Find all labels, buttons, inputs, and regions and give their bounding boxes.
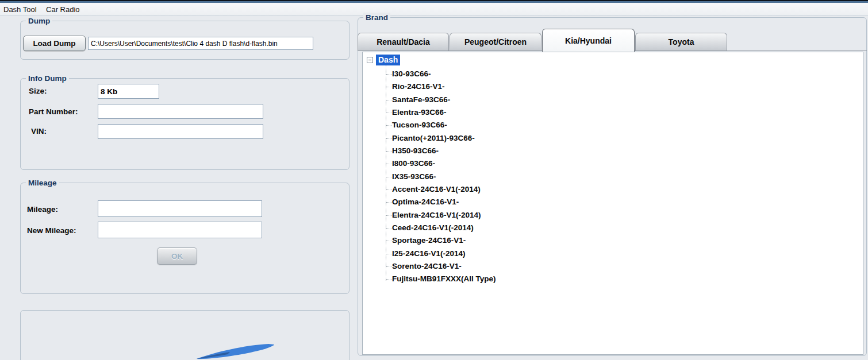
new-mileage-label: New Mileage: xyxy=(27,226,76,235)
tree-stub xyxy=(386,202,391,203)
tree-item-label: Optima-24C16-V1- xyxy=(392,198,459,206)
tree-item[interactable]: H350-93C66- xyxy=(392,145,439,157)
tree-stub xyxy=(386,113,391,114)
tree-item-label: Sorento-24C16-V1- xyxy=(392,262,462,270)
tree-item[interactable]: Rio-24C16-V1- xyxy=(392,81,445,92)
size-label: Size: xyxy=(29,87,47,95)
tab-toyota-label: Toyota xyxy=(669,37,694,47)
tree-item[interactable]: Picanto(+2011)-93C66- xyxy=(392,133,475,144)
tree-item-label: Rio-24C16-V1- xyxy=(392,82,445,91)
tree-item-label: H350-93C66- xyxy=(392,146,439,155)
logo-swoosh-icon xyxy=(195,343,276,360)
tree-stub xyxy=(386,266,391,268)
tree-stub xyxy=(386,189,391,191)
tab-kia-hyundai-label: Kia/Hyundai xyxy=(565,36,612,45)
new-mileage-field[interactable] xyxy=(98,222,262,238)
tree-item-label: Picanto(+2011)-93C66- xyxy=(392,134,475,142)
tree-stub xyxy=(386,164,391,165)
tree-item[interactable]: Sportage-24C16-V1- xyxy=(392,235,466,246)
tree-connector-line xyxy=(386,65,387,281)
tree-stub xyxy=(386,74,391,75)
load-dump-button-label: Load Dump xyxy=(33,39,75,48)
vin-label: VIN: xyxy=(31,127,47,136)
tab-renault-dacia-label: Renault/Dacia xyxy=(377,37,430,47)
tree-stub xyxy=(386,100,391,101)
mileage-label: Mileage: xyxy=(27,205,58,214)
size-field[interactable] xyxy=(98,84,159,99)
tree-item-label: Elentra-93C66- xyxy=(392,108,447,117)
dump-group-title: Dump xyxy=(26,16,52,26)
tree-item-label: Accent-24C16-V1(-2014) xyxy=(392,185,481,193)
mileage-group-title: Mileage xyxy=(26,178,59,188)
tree-stub xyxy=(386,215,391,216)
tree-root-node[interactable]: Dash xyxy=(376,55,400,65)
collapse-expander-icon[interactable] xyxy=(367,57,373,63)
logo-group xyxy=(20,310,349,360)
part-number-label: Part Number: xyxy=(29,107,78,116)
tree-item[interactable]: Sorento-24C16-V1- xyxy=(392,261,462,272)
tree-item-label: I30-93C66- xyxy=(392,69,431,78)
tree-stub xyxy=(386,254,391,255)
tree-item[interactable]: SantaFe-93C66- xyxy=(392,94,450,106)
tree-stub xyxy=(386,241,391,242)
tree-item[interactable]: I25-24C16-V1(-2014) xyxy=(392,248,466,260)
tree-stub xyxy=(386,87,391,88)
ok-button-label: OK xyxy=(171,252,183,261)
tree-stub xyxy=(386,151,391,152)
tree-root-row: Dash xyxy=(363,55,863,65)
tree-stub xyxy=(386,125,391,126)
tree-stub xyxy=(386,177,391,178)
vin-field[interactable] xyxy=(98,124,263,139)
dash-tree[interactable]: Dash I30-93C66- Rio-24C16-V1- SantaFe-93… xyxy=(362,52,863,355)
tree-item[interactable]: IX35-93C66- xyxy=(392,171,436,183)
dump-path-input[interactable] xyxy=(88,37,313,50)
load-dump-button[interactable]: Load Dump xyxy=(23,36,86,51)
tree-item-label: I25-24C16-V1(-2014) xyxy=(392,249,466,258)
tab-kia-hyundai[interactable]: Kia/Hyundai xyxy=(542,29,635,52)
tree-item-label: Ceed-24C16-V1(-2014) xyxy=(392,223,474,232)
tree-item-label: IX35-93C66- xyxy=(392,172,436,181)
tab-peugeot-citroen-label: Peugeot/Citroen xyxy=(464,37,527,47)
tree-item[interactable]: Elentra-93C66- xyxy=(392,107,447,118)
tree-stub xyxy=(386,228,391,229)
tree-item[interactable]: I30-93C66- xyxy=(392,68,431,80)
menu-dash-tool[interactable]: Dash Tool xyxy=(0,3,40,14)
tree-item[interactable]: I800-93C66- xyxy=(392,158,435,169)
mileage-field[interactable] xyxy=(98,200,262,217)
tab-toyota[interactable]: Toyota xyxy=(635,33,727,51)
tree-item[interactable]: Elentra-24C16-V1(-2014) xyxy=(392,210,481,221)
tree-item[interactable]: Tucson-93C66- xyxy=(392,119,447,131)
part-number-field[interactable] xyxy=(98,104,263,119)
tree-item-label: Fujitsu-MB91FXXX(All Type) xyxy=(392,274,496,283)
mileage-group: Mileage xyxy=(20,183,349,294)
tree-item[interactable]: Ceed-24C16-V1(-2014) xyxy=(392,222,474,234)
tree-item-label: SantaFe-93C66- xyxy=(392,95,450,104)
brand-group-title: Brand xyxy=(363,13,390,22)
tree-stub xyxy=(386,279,391,280)
info-dump-group-title: Info Dump xyxy=(26,73,69,83)
tab-peugeot-citroen[interactable]: Peugeot/Citroen xyxy=(450,33,541,51)
tree-item[interactable]: Accent-24C16-V1(-2014) xyxy=(392,184,481,195)
tree-item-label: I800-93C66- xyxy=(392,159,435,168)
tree-item-label: Elentra-24C16-V1(-2014) xyxy=(392,211,481,219)
tree-item[interactable]: Optima-24C16-V1- xyxy=(392,196,459,208)
tree-stub xyxy=(386,138,391,140)
tree-item[interactable]: Fujitsu-MB91FXXX(All Type) xyxy=(392,273,496,285)
menu-bar: Dash Tool Car Radio xyxy=(0,3,868,16)
tree-item-label: Sportage-24C16-V1- xyxy=(392,236,466,245)
tab-renault-dacia[interactable]: Renault/Dacia xyxy=(358,33,449,51)
menu-car-radio[interactable]: Car Radio xyxy=(43,3,83,14)
tree-item-label: Tucson-93C66- xyxy=(392,121,447,129)
ok-button[interactable]: OK xyxy=(157,247,197,265)
